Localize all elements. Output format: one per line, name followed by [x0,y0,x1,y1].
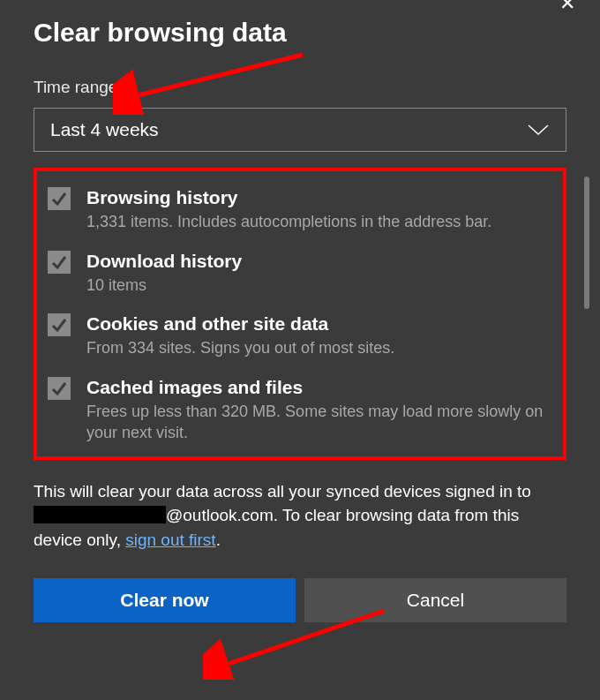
close-icon[interactable]: ✕ [559,0,575,9]
time-range-select[interactable]: Last 4 weeks [34,108,566,152]
option-download-history: Download history 10 items [48,249,552,297]
dialog-buttons: Clear now Cancel [34,578,566,622]
cancel-button[interactable]: Cancel [304,578,566,622]
redacted-email [34,506,166,523]
time-range-value: Last 4 weeks [50,119,159,140]
time-range-label: Time range [34,78,566,97]
options-highlight-box: Browsing history 1,331 items. Includes a… [34,168,566,460]
option-title: Cookies and other site data [86,312,394,335]
checkbox-cached[interactable] [48,377,71,400]
clear-browsing-data-dialog: ✕ Clear browsing data Time range Last 4 … [0,0,600,700]
clear-now-button[interactable]: Clear now [34,578,296,622]
sign-out-link[interactable]: sign out first [125,531,215,549]
option-desc: Frees up less than 320 MB. Some sites ma… [86,401,552,444]
option-desc: 10 items [86,275,242,296]
option-browsing-history: Browsing history 1,331 items. Includes a… [48,185,552,233]
scrollbar-thumb[interactable] [584,177,589,309]
option-desc: From 334 sites. Signs you out of most si… [86,337,394,358]
checkbox-download-history[interactable] [48,251,71,274]
chevron-down-icon [527,124,550,136]
option-cached: Cached images and files Frees up less th… [48,375,552,444]
option-cookies: Cookies and other site data From 334 sit… [48,312,552,359]
option-desc: 1,331 items. Includes autocompletions in… [86,211,491,232]
option-title: Cached images and files [86,375,552,399]
dialog-title: Clear browsing data [34,18,566,48]
checkbox-cookies[interactable] [48,313,71,336]
option-title: Download history [86,249,242,273]
sync-warning-text: This will clear your data across all you… [34,479,566,553]
option-title: Browsing history [86,185,491,209]
checkbox-browsing-history[interactable] [48,187,71,210]
